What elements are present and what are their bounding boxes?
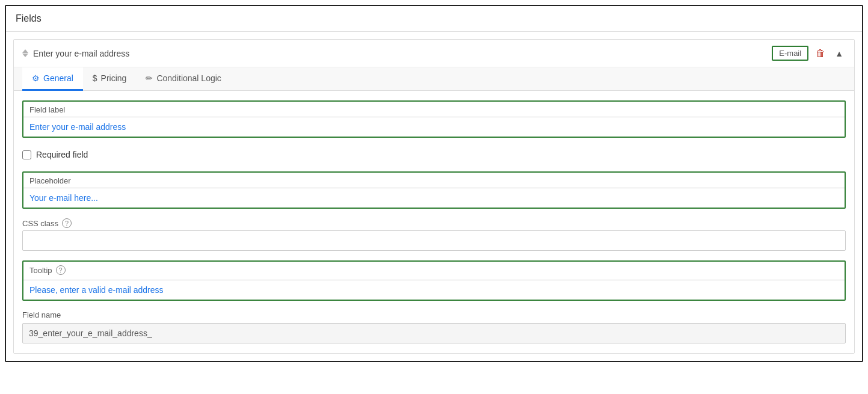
tooltip-input[interactable]: [23, 280, 845, 300]
field-header-title: Enter your e-mail address: [33, 49, 129, 58]
field-header-left: Enter your e-mail address: [22, 49, 129, 58]
css-class-label: CSS class: [22, 219, 58, 228]
main-panel: Fields Enter your e-mail address E-mail …: [5, 5, 863, 362]
field-name-group: Field name: [22, 310, 846, 343]
dollar-icon: $: [93, 73, 97, 83]
tab-general-label: General: [43, 73, 73, 83]
field-label-label: Field label: [23, 102, 845, 117]
field-label-input[interactable]: [23, 117, 845, 137]
placeholder-label: Placeholder: [23, 173, 845, 188]
field-header-right: E-mail 🗑 ▲: [772, 46, 846, 61]
tab-conditional-logic-label: Conditional Logic: [156, 73, 221, 83]
field-name-label: Field name: [22, 310, 846, 319]
tooltip-label: Tooltip: [29, 266, 52, 275]
field-label-group: Field label: [22, 100, 846, 138]
css-class-help-icon[interactable]: ?: [62, 218, 72, 228]
sort-arrow-up-icon: [22, 49, 28, 53]
tabs-bar: ⚙ General $ Pricing ✏ Conditional Logic: [14, 67, 854, 91]
field-name-input: [22, 323, 846, 343]
tooltip-group: Tooltip ?: [22, 260, 846, 301]
field-header: Enter your e-mail address E-mail 🗑 ▲: [14, 40, 854, 67]
page-title: Fields: [6, 6, 862, 32]
css-class-group: CSS class ?: [22, 218, 846, 251]
placeholder-group: Placeholder: [22, 171, 846, 209]
delete-icon[interactable]: 🗑: [813, 47, 828, 60]
pencil-icon: ✏: [146, 73, 153, 83]
field-panel: Enter your e-mail address E-mail 🗑 ▲ ⚙ G…: [13, 39, 855, 354]
required-field-row: Required field: [22, 147, 846, 162]
tooltip-help-icon[interactable]: ?: [56, 265, 66, 275]
css-class-label-row: CSS class ?: [22, 218, 846, 228]
placeholder-input[interactable]: [23, 188, 845, 208]
tooltip-label-row: Tooltip ?: [23, 262, 845, 277]
tab-conditional-logic[interactable]: ✏ Conditional Logic: [136, 67, 230, 91]
css-class-input[interactable]: [22, 230, 846, 251]
tab-pricing[interactable]: $ Pricing: [83, 67, 137, 91]
email-type-badge: E-mail: [772, 46, 808, 61]
required-field-checkbox[interactable]: [22, 150, 31, 159]
tab-content: Field label Required field Placeholder C…: [14, 91, 854, 353]
collapse-icon[interactable]: ▲: [833, 48, 846, 60]
required-field-label: Required field: [36, 150, 88, 159]
gear-icon: ⚙: [32, 73, 40, 83]
tab-general[interactable]: ⚙ General: [22, 67, 83, 91]
sort-icon: [22, 49, 28, 57]
tab-pricing-label: Pricing: [101, 73, 127, 83]
sort-arrow-down-icon: [22, 54, 28, 57]
